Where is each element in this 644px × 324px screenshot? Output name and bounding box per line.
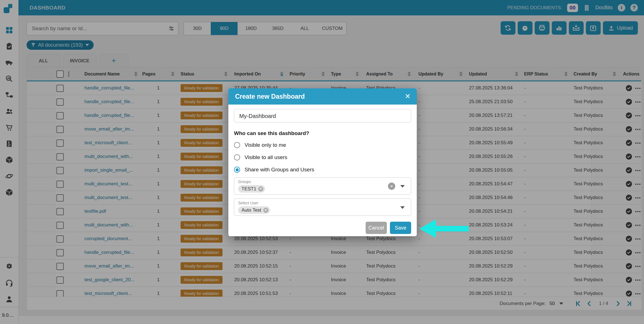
modal-title: Create new Dashboard xyxy=(235,93,305,100)
radio-label: Visible only to me xyxy=(245,142,286,148)
group-chip: TEST1 ✕ xyxy=(238,185,265,193)
radio-icon[interactable] xyxy=(234,167,240,173)
dashboard-name-box xyxy=(234,109,411,122)
modal-header: Create new Dashboard ✕ xyxy=(228,88,417,105)
dropdown-caret-icon[interactable] xyxy=(400,185,405,188)
create-dashboard-modal: Create new Dashboard ✕ Who can see this … xyxy=(228,88,417,236)
groups-select[interactable]: Groups TEST1 ✕ ✕ xyxy=(234,177,411,195)
remove-chip-icon[interactable]: ✕ xyxy=(263,208,268,213)
user-select[interactable]: Select User Auto Test ✕ xyxy=(234,198,411,216)
remove-chip-icon[interactable]: ✕ xyxy=(258,186,263,191)
save-button[interactable]: Save xyxy=(390,222,411,234)
radio-share-groups-users[interactable]: Share with Groups and Users xyxy=(234,167,314,173)
close-icon[interactable]: ✕ xyxy=(405,92,411,100)
group-chip-label: TEST1 xyxy=(242,186,256,192)
radio-icon[interactable] xyxy=(234,142,240,148)
radio-label: Visible to all users xyxy=(245,154,287,160)
groups-label: Groups xyxy=(238,179,251,184)
annotation-arrow xyxy=(418,218,471,240)
radio-visible-only-me[interactable]: Visible only to me xyxy=(234,142,286,148)
app-screen: $ 9.0.... DASHBOARD PENDING DOCUMENTS: 0… xyxy=(0,0,644,324)
dashboard-name-input[interactable] xyxy=(239,109,408,123)
user-chip-label: Auto Test xyxy=(242,207,261,213)
radio-label: Share with Groups and Users xyxy=(245,167,314,173)
radio-icon[interactable] xyxy=(234,154,240,160)
user-chip: Auto Test ✕ xyxy=(238,206,270,214)
visibility-question: Who can see this dashboard? xyxy=(234,130,309,136)
cancel-button[interactable]: Cancel xyxy=(366,222,387,234)
dropdown-caret-icon[interactable] xyxy=(400,206,405,209)
radio-visible-all-users[interactable]: Visible to all users xyxy=(234,154,287,160)
clear-field-icon[interactable]: ✕ xyxy=(388,183,395,190)
user-label: Select User xyxy=(238,201,258,205)
